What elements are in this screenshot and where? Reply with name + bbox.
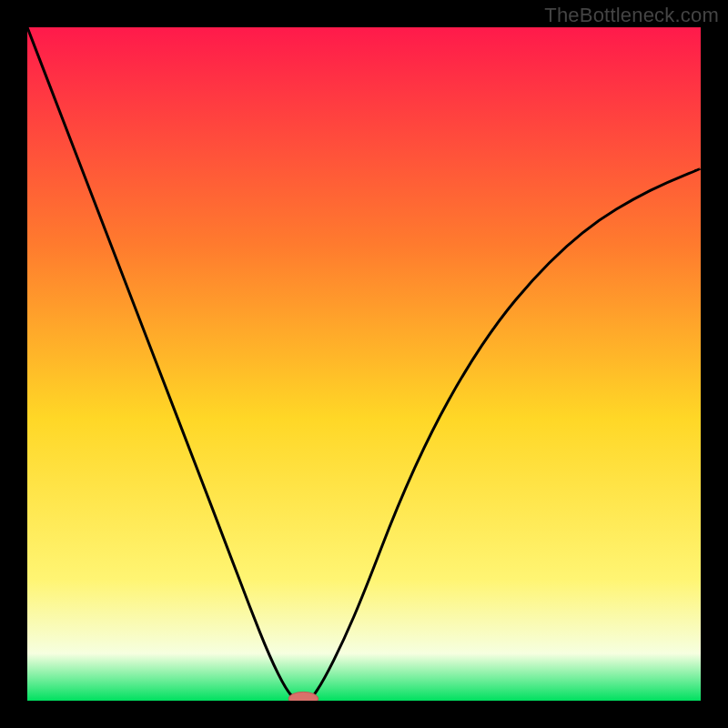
chart-frame: TheBottleneck.com bbox=[0, 0, 728, 728]
plot-area bbox=[27, 27, 701, 701]
watermark-text: TheBottleneck.com bbox=[544, 4, 719, 27]
gradient-background bbox=[27, 27, 701, 701]
